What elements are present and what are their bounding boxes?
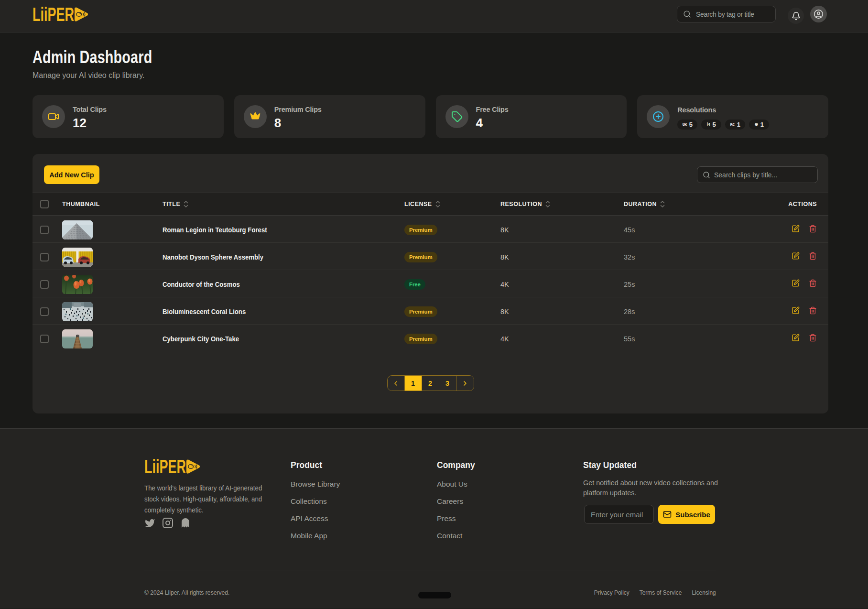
svg-text:LiiPER: LiiPER bbox=[144, 456, 186, 477]
svg-text:LiiPER: LiiPER bbox=[33, 4, 74, 25]
